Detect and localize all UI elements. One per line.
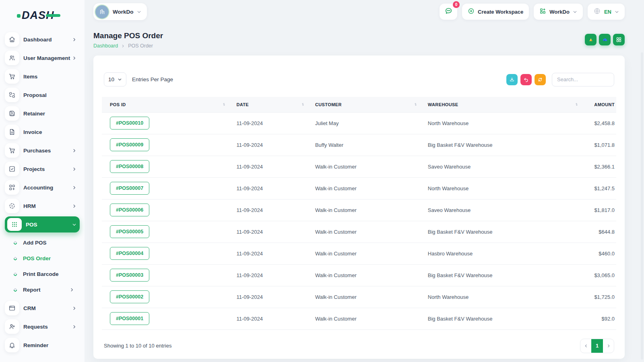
amount-cell: $644.8 xyxy=(581,221,616,243)
sidebar-item[interactable]: Dashboard xyxy=(5,31,80,47)
warehouse-cell: Big Basket F&V Warehouse xyxy=(420,264,581,286)
bullet-icon xyxy=(13,256,17,261)
language-selector[interactable]: EN xyxy=(588,4,625,20)
export-button[interactable] xyxy=(506,74,518,85)
sidebar-item[interactable]: Reminder xyxy=(5,337,80,353)
google-drive-button[interactable] xyxy=(585,34,597,45)
entries-per-page-select[interactable]: 10 xyxy=(104,72,126,86)
next-page-button[interactable] xyxy=(603,339,614,353)
column-header-date[interactable]: DATE xyxy=(228,97,307,112)
messages-button[interactable]: 0 xyxy=(440,4,457,20)
chevron-down-icon xyxy=(118,77,122,82)
pos-id-link[interactable]: #POS00004 xyxy=(110,247,149,260)
refresh-button[interactable] xyxy=(535,74,546,85)
sidebar-item-pos[interactable]: POS xyxy=(5,216,80,232)
column-header-amount[interactable]: AMOUNT xyxy=(581,97,616,112)
entries-value: 10 xyxy=(108,76,114,82)
date-cell: 11-09-2024 xyxy=(228,112,307,134)
sidebar-item[interactable]: Proposal xyxy=(5,87,80,103)
sidebar-item-icon xyxy=(5,301,19,315)
search-input[interactable] xyxy=(552,73,614,86)
warehouse-cell: Saveo Warehouse xyxy=(420,199,581,221)
sidebar-item[interactable]: HRM xyxy=(5,198,80,214)
warehouse-cell: Big Basket F&V Warehouse xyxy=(420,134,581,156)
sidebar-item-label: Dashboard xyxy=(23,37,72,43)
pos-id-cell: #POS00008 xyxy=(102,156,228,177)
pos-id-link[interactable]: #POS00002 xyxy=(110,290,149,303)
breadcrumb-dashboard-link[interactable]: Dashboard xyxy=(93,43,118,49)
app-logo: DASH xyxy=(17,6,80,24)
workspace-name: WorkDo xyxy=(113,9,134,15)
sidebar-item-icon xyxy=(5,180,19,195)
column-header-customer[interactable]: CUSTOMER xyxy=(307,97,420,112)
column-header-pos-id[interactable]: POS ID xyxy=(102,97,228,112)
submenu-item[interactable]: Print Barcode xyxy=(5,266,80,282)
table-row: #POS00001 11-09-2024 Walk-in Customer Bi… xyxy=(102,308,616,329)
warehouse-cell: North Warehouse xyxy=(420,286,581,308)
customer-cell: Juliet May xyxy=(307,112,420,134)
sidebar-item-icon xyxy=(5,69,19,84)
create-workspace-button[interactable]: Create Workspace xyxy=(462,4,529,20)
pos-id-link[interactable]: #POS00003 xyxy=(110,269,149,282)
pos-id-link[interactable]: #POS00008 xyxy=(110,160,149,173)
reset-button[interactable] xyxy=(520,74,532,85)
sidebar-item-label: Accounting xyxy=(23,185,72,191)
onedrive-button[interactable] xyxy=(599,34,611,45)
customer-cell: Buffy Walter xyxy=(307,134,420,156)
amount-cell: $92.0 xyxy=(581,308,616,329)
page-number-button[interactable]: 1 xyxy=(591,339,603,353)
sidebar-item-label: Reminder xyxy=(23,342,72,348)
sidebar-item[interactable]: Requests xyxy=(5,319,80,335)
pos-id-link[interactable]: #POS00007 xyxy=(110,182,149,195)
table-footer: Showing 1 to 10 of 10 entries 1 xyxy=(104,339,614,353)
chevron-down-icon xyxy=(615,10,619,14)
amount-cell: $2,366.1 xyxy=(581,156,616,177)
table-controls: 10 Entries Per Page xyxy=(104,72,614,86)
bullet-icon xyxy=(13,272,17,276)
sidebar-item[interactable]: Purchases xyxy=(5,142,80,158)
pos-id-link[interactable]: #POS00010 xyxy=(110,117,149,130)
sidebar-item[interactable]: Invoice xyxy=(5,124,80,140)
chevron-down-icon xyxy=(137,10,141,14)
sidebar-item[interactable]: Accounting xyxy=(5,179,80,195)
logo-accent-bar xyxy=(46,14,60,17)
workspace-menu-button[interactable]: WorkDo xyxy=(534,4,583,20)
sidebar-item[interactable]: Retainer xyxy=(5,105,80,121)
pos-id-link[interactable]: #POS00001 xyxy=(110,312,149,325)
sidebar-item[interactable]: User Management xyxy=(5,50,80,66)
entries-per-page-label: Entries Per Page xyxy=(132,76,173,82)
chevron-right-icon xyxy=(72,148,76,153)
showing-entries-text: Showing 1 to 10 of 10 entries xyxy=(104,343,171,349)
previous-page-button[interactable] xyxy=(580,339,591,353)
sidebar-item-icon xyxy=(5,199,19,213)
submenu-item[interactable]: POS Order xyxy=(5,251,80,266)
pos-id-cell: #POS00005 xyxy=(102,221,228,243)
pos-id-link[interactable]: #POS00006 xyxy=(110,204,149,216)
sidebar-item[interactable]: CRM xyxy=(5,300,80,316)
pos-id-cell: #POS00003 xyxy=(102,264,228,286)
column-header-warehouse[interactable]: WAREHOUSE xyxy=(420,97,581,112)
pos-id-link[interactable]: #POS00009 xyxy=(110,138,149,151)
page-scrollbar[interactable] xyxy=(641,52,643,360)
amount-cell: $1,817.0 xyxy=(581,199,616,221)
date-cell: 11-09-2024 xyxy=(228,308,307,329)
customer-cell: Walk-in Customer xyxy=(307,264,420,286)
amount-cell: $1,725.0 xyxy=(581,286,616,308)
grid-view-button[interactable] xyxy=(613,34,625,45)
customer-cell: Walk-in Customer xyxy=(307,286,420,308)
pos-order-card: 10 Entries Per Page xyxy=(93,56,625,359)
table-row: #POS00010 11-09-2024 Juliet May North Wa… xyxy=(102,112,616,134)
chevron-right-icon xyxy=(72,185,76,190)
submenu-item[interactable]: Add POS xyxy=(5,235,80,251)
sort-icon xyxy=(414,102,418,107)
sidebar-item[interactable]: Projects xyxy=(5,161,80,177)
customer-cell: Walk-in Customer xyxy=(307,156,420,177)
submenu-item[interactable]: Report xyxy=(5,282,80,298)
pos-id-link[interactable]: #POS00005 xyxy=(110,225,149,238)
pos-id-cell: #POS00009 xyxy=(102,134,228,156)
sidebar-item-label: Projects xyxy=(23,166,72,172)
date-cell: 11-09-2024 xyxy=(228,221,307,243)
sidebar-item[interactable]: Items xyxy=(5,68,80,84)
workspace-selector[interactable]: WorkDo xyxy=(93,3,147,20)
download-icon xyxy=(509,77,515,82)
